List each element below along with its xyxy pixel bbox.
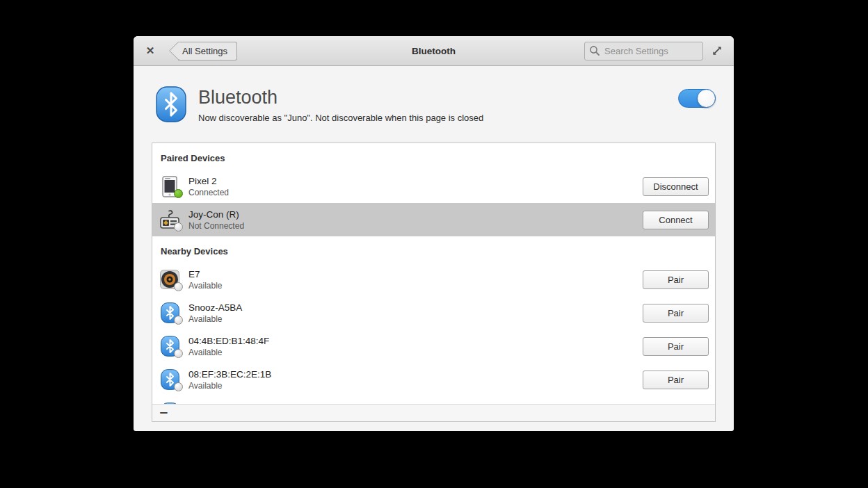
device-row[interactable]: 16:4A:60:76:50:52 Available Pair <box>152 396 715 404</box>
back-button-label: All Settings <box>182 46 227 56</box>
device-status: Not Connected <box>188 221 244 231</box>
device-name: 08:EF:3B:EC:2E:1B <box>188 368 271 380</box>
device-icon <box>159 268 181 291</box>
device-row[interactable]: E7 Available Pair <box>152 263 715 296</box>
search-icon <box>589 45 600 56</box>
device-row[interactable]: 08:EF:3B:EC:2E:1B Available Pair <box>152 363 715 396</box>
page-title: Bluetooth <box>198 86 483 108</box>
device-icon <box>159 175 181 197</box>
pair-button[interactable]: Pair <box>643 371 709 389</box>
titlebar: ✕ All Settings Bluetooth <box>134 36 734 66</box>
device-name: 04:4B:ED:B1:48:4F <box>188 335 269 347</box>
device-icon <box>159 402 181 404</box>
device-name: Snooz-A5BA <box>188 302 242 314</box>
device-icon <box>159 335 181 357</box>
device-row[interactable]: 04:4B:ED:B1:48:4F Available Pair <box>152 330 715 363</box>
device-icon <box>159 209 181 231</box>
device-status: Available <box>188 281 222 291</box>
device-status-dot-icon <box>174 282 183 291</box>
bluetooth-toggle[interactable] <box>678 89 716 108</box>
all-settings-back-button[interactable]: All Settings <box>178 42 237 60</box>
device-status: Available <box>188 381 271 391</box>
toggle-knob <box>697 89 716 108</box>
discoverable-status-text: Now discoverable as "Juno". Not discover… <box>198 113 483 123</box>
close-button[interactable]: ✕ <box>143 43 158 58</box>
pair-button[interactable]: Pair <box>643 270 709 289</box>
device-status-dot-icon <box>174 349 183 358</box>
window-title: Bluetooth <box>412 46 456 56</box>
device-row[interactable]: Pixel 2 Connected Disconnect <box>152 170 715 203</box>
pair-button[interactable]: Pair <box>643 337 709 356</box>
section-header: Paired Devices <box>152 143 715 170</box>
device-status-dot-icon <box>174 222 183 231</box>
device-list-panel: Paired Devices Pixel 2 Connected Disconn… <box>152 143 716 422</box>
device-name: E7 <box>188 268 222 280</box>
page-header: Bluetooth Now discoverable as "Juno". No… <box>134 66 734 143</box>
device-icon <box>159 368 181 391</box>
list-action-toolbar: − <box>152 404 715 421</box>
device-status-dot-icon <box>174 382 183 391</box>
search-settings-input[interactable] <box>584 42 703 60</box>
device-row[interactable]: Snooz-A5BA Available Pair <box>152 296 715 330</box>
device-name: Pixel 2 <box>188 175 229 187</box>
device-status-dot-icon <box>174 189 183 198</box>
device-status-dot-icon <box>174 316 183 325</box>
device-status: Connected <box>188 188 229 197</box>
device-icon <box>159 302 181 324</box>
disconnect-button[interactable]: Disconnect <box>643 177 709 196</box>
bluetooth-settings-window: ✕ All Settings Bluetooth <box>134 36 734 431</box>
device-status: Available <box>188 314 242 324</box>
device-name: Joy-Con (R) <box>188 209 244 220</box>
device-row[interactable]: Joy-Con (R) Not Connected Connect <box>152 203 715 236</box>
connect-button[interactable]: Connect <box>643 211 709 229</box>
bluetooth-device-icon <box>161 402 179 404</box>
device-list[interactable]: Paired Devices Pixel 2 Connected Disconn… <box>152 143 715 404</box>
device-status: Available <box>188 348 269 357</box>
maximize-button[interactable] <box>709 43 725 58</box>
maximize-icon <box>711 44 723 57</box>
pair-button[interactable]: Pair <box>643 304 709 323</box>
remove-device-button[interactable]: − <box>154 406 172 420</box>
bluetooth-app-icon <box>156 86 186 122</box>
section-header: Nearby Devices <box>152 236 715 263</box>
window-footer <box>134 422 734 431</box>
